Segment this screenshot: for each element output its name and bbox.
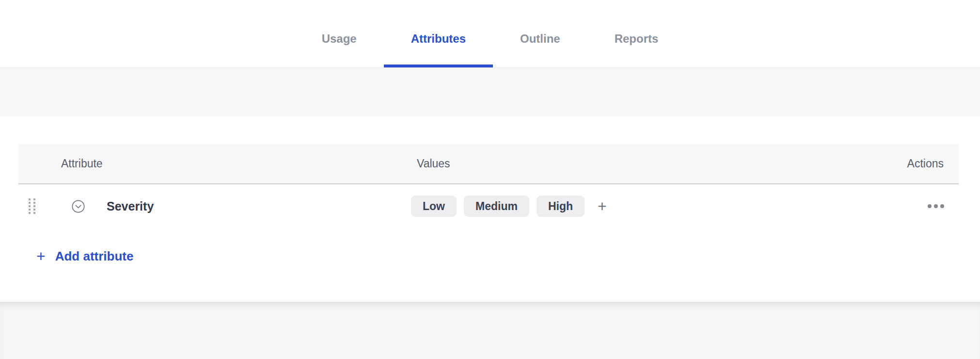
attributes-table: Attribute Values Actions SeverityLowMedi… [18,144,959,228]
attribute-cell: Severity [46,199,411,213]
add-attribute-label: Add attribute [55,249,134,264]
footer-band [0,302,980,359]
value-chip[interactable]: High [537,196,585,217]
plus-icon: + [36,248,46,264]
column-header-actions: Actions [907,157,959,170]
attribute-name: Severity [107,199,154,213]
add-value-button[interactable]: + [596,198,609,214]
table-row: SeverityLowMediumHigh+ [18,184,959,228]
value-chip[interactable]: Medium [464,196,529,217]
actions-cell [927,201,959,211]
values-cell: LowMediumHigh+ [411,196,896,217]
column-header-attribute: Attribute [46,157,411,170]
toolbar-band [0,67,980,116]
main-content: Attribute Values Actions SeverityLowMedi… [0,116,980,302]
tab-attributes[interactable]: Attributes [384,0,493,67]
tab-outline[interactable]: Outline [493,0,587,67]
tab-reports[interactable]: Reports [587,0,686,67]
handle-cell [18,198,46,214]
tab-usage[interactable]: Usage [295,0,384,67]
table-body: SeverityLowMediumHigh+ [18,184,959,228]
drag-handle-icon[interactable] [29,198,35,214]
ellipsis-icon[interactable] [927,201,945,211]
table-header-row: Attribute Values Actions [18,144,959,184]
tab-bar: UsageAttributesOutlineReports [0,0,980,67]
attributes-page: UsageAttributesOutlineReports Attribute … [0,0,980,359]
add-attribute-button[interactable]: + Add attribute [36,248,133,264]
value-chip[interactable]: Low [411,196,457,217]
chevron-down-circle-icon[interactable] [72,200,85,213]
tab-list: UsageAttributesOutlineReports [295,0,686,67]
column-header-values: Values [411,157,896,170]
